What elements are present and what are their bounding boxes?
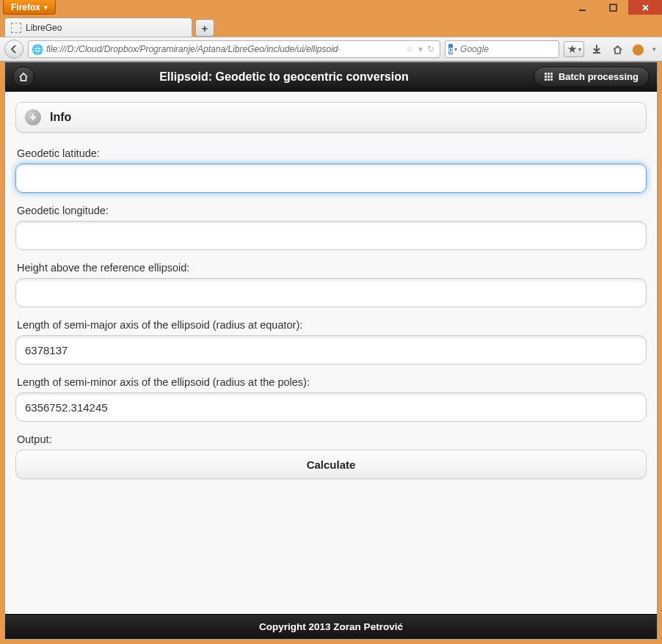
height-input[interactable] <box>15 278 647 307</box>
app-footer: Copyright 2013 Zoran Petrović <box>5 614 657 639</box>
semimajor-input[interactable] <box>15 335 647 365</box>
lon-label: Geodetic longitude: <box>17 205 647 216</box>
new-tab-button[interactable]: + <box>195 19 214 37</box>
grid-icon <box>545 73 553 81</box>
toolbar-menu-dropdown-icon[interactable]: ▾ <box>650 41 658 57</box>
url-input[interactable] <box>46 44 404 54</box>
addon-button[interactable]: ⬤ <box>630 41 646 57</box>
home-icon <box>18 72 29 82</box>
semimajor-label: Length of semi-major axis of the ellipso… <box>17 319 647 331</box>
output-label: Output: <box>17 433 647 445</box>
search-engine-icon[interactable]: g <box>448 44 453 54</box>
search-engine-dropdown-icon[interactable]: ▾ <box>454 46 457 53</box>
app-body: + Info Geodetic latitude: Geodetic longi… <box>5 92 657 614</box>
page-title: Ellipsoid: Geodetic to geocentric conver… <box>34 70 534 84</box>
page-viewport: Ellipsoid: Geodetic to geocentric conver… <box>4 62 658 640</box>
batch-label: Batch processing <box>559 71 639 82</box>
info-label: Info <box>50 111 71 124</box>
tab-strip: LibreGeo + <box>0 15 662 37</box>
firefox-menu-label: Firefox <box>11 2 40 12</box>
search-bar[interactable]: g ▾ 🔍 <box>445 40 559 58</box>
back-button[interactable] <box>4 40 23 59</box>
titlebar: Firefox ▾ <box>0 0 662 15</box>
tab-favicon <box>11 23 21 33</box>
semiminor-label: Length of semi-minor axis of the ellipso… <box>17 376 647 388</box>
tab-title: LibreGeo <box>26 23 62 33</box>
dropdown-icon[interactable]: ▾ <box>418 44 423 54</box>
info-collapsible[interactable]: + Info <box>15 102 647 133</box>
app-header: Ellipsoid: Geodetic to geocentric conver… <box>5 62 657 92</box>
lat-label: Geodetic latitude: <box>17 147 647 159</box>
search-input[interactable] <box>460 44 571 54</box>
url-bar[interactable]: 🌐 ☆ ▾ ↻ <box>28 40 440 58</box>
batch-processing-button[interactable]: Batch processing <box>534 67 650 87</box>
maximize-button[interactable] <box>597 0 628 15</box>
feed-icon[interactable]: ☆ <box>406 44 414 54</box>
calculate-button[interactable]: Calculate <box>15 450 647 479</box>
lon-input[interactable] <box>15 221 647 250</box>
back-arrow-icon <box>9 44 19 54</box>
reload-icon[interactable]: ↻ <box>427 44 434 54</box>
semiminor-input[interactable] <box>15 392 647 422</box>
firefox-menu-button[interactable]: Firefox ▾ <box>3 0 56 15</box>
svg-rect-0 <box>579 10 586 11</box>
window-controls <box>567 0 662 15</box>
dropdown-triangle-icon: ▾ <box>44 4 48 11</box>
app-home-button[interactable] <box>12 67 34 87</box>
downloads-button[interactable] <box>589 41 605 57</box>
globe-icon: 🌐 <box>32 44 43 55</box>
nav-toolbar: 🌐 ☆ ▾ ↻ g ▾ 🔍 ★▾ ⬤ ▾ <box>0 37 662 62</box>
browser-tab[interactable]: LibreGeo <box>4 18 192 37</box>
close-button[interactable] <box>628 0 662 15</box>
lat-input[interactable] <box>15 164 647 193</box>
height-label: Height above the reference ellipsoid: <box>17 262 647 274</box>
home-button[interactable] <box>609 41 625 57</box>
plus-icon: + <box>25 109 41 125</box>
copyright-text: Copyright 2013 Zoran Petrović <box>259 621 403 632</box>
svg-rect-1 <box>610 4 616 11</box>
bookmark-button[interactable]: ★▾ <box>564 41 584 57</box>
window-frame: Firefox ▾ LibreGeo + 🌐 ☆ ▾ ↻ g ▾ <box>0 0 662 644</box>
minimize-button[interactable] <box>567 0 597 15</box>
